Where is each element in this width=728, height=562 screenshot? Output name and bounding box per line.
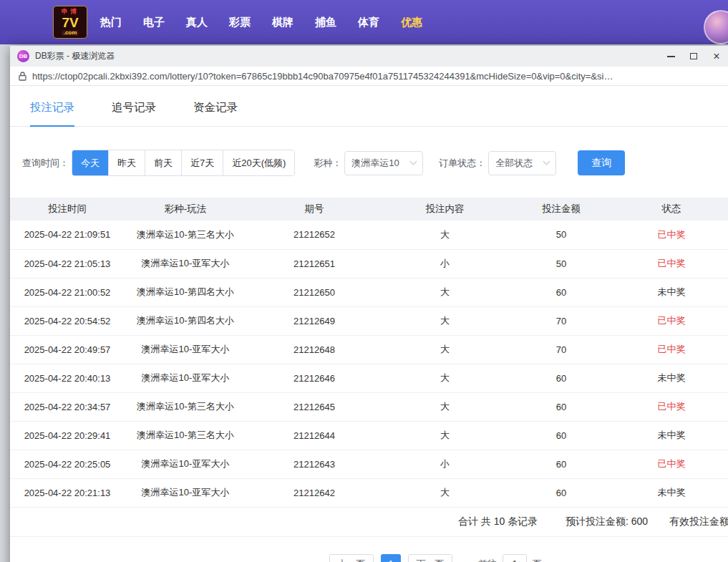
- cell-content: 大: [382, 392, 508, 421]
- cell-time: 2025-04-22 21:09:51: [10, 221, 125, 249]
- time-filter-label: 查询时间：: [22, 157, 69, 170]
- nav-item-fishing[interactable]: 捕鱼: [315, 16, 336, 29]
- next-page-button[interactable]: 下一页: [408, 554, 452, 562]
- summary-total-records: 合计 共 10 条记录: [458, 515, 538, 528]
- minimize-button[interactable]: [659, 46, 682, 67]
- table-row: 2025-04-22 20:49:57 澳洲幸运10-亚军大小 21212648…: [10, 335, 728, 364]
- cell-status: 已中奖: [615, 450, 728, 478]
- user-avatar[interactable]: [704, 10, 728, 44]
- nav-item-promotions[interactable]: 优惠: [401, 16, 422, 29]
- cell-status: 已中奖: [615, 221, 728, 249]
- cell-issue: 21212646: [246, 364, 382, 392]
- cell-game: 澳洲幸运10-亚军大小: [125, 364, 246, 392]
- cell-time: 2025-04-22 21:05:13: [10, 249, 125, 278]
- col-header-content: 投注内容: [382, 198, 508, 221]
- table-row: 2025-04-22 20:40:13 澳洲幸运10-亚军大小 21212646…: [10, 364, 728, 392]
- nav-item-electronic[interactable]: 电子: [143, 16, 165, 29]
- cell-game: 澳洲幸运10-第三名大小: [125, 392, 246, 421]
- tab-fund-records[interactable]: 资金记录: [193, 100, 238, 126]
- time-filter-7days[interactable]: 近7天: [182, 150, 223, 175]
- cell-status: 已中奖: [615, 306, 728, 335]
- nav-item-hot[interactable]: 热门: [100, 16, 122, 29]
- site-logo[interactable]: 申博 7V .com: [53, 6, 87, 39]
- close-button[interactable]: ×: [705, 46, 728, 67]
- table-header-row: 投注时间 彩种-玩法 期号 投注内容 投注金额 状态: [10, 198, 728, 221]
- prev-page-button[interactable]: 上一页: [329, 554, 374, 562]
- time-filter-20days[interactable]: 近20天(低频): [223, 150, 294, 175]
- cell-amount: 60: [508, 421, 615, 450]
- cell-content: 大: [382, 421, 508, 450]
- cell-time: 2025-04-22 20:21:13: [10, 478, 125, 507]
- tab-bet-records[interactable]: 投注记录: [30, 100, 74, 127]
- cell-amount: 70: [508, 306, 615, 335]
- logo-main-text: 7V: [62, 16, 78, 29]
- nav-item-sports[interactable]: 体育: [358, 16, 379, 29]
- cell-status: 未中奖: [615, 278, 728, 306]
- cell-game: 澳洲幸运10-第四名大小: [125, 278, 246, 306]
- cell-content: 大: [382, 478, 508, 507]
- cell-amount: 70: [508, 335, 615, 364]
- goto-page-input[interactable]: [503, 554, 527, 562]
- browser-window: DB DB彩票 - 极速浏览器 × https://ctop02pcali.2k…: [10, 46, 728, 562]
- cell-status: 未中奖: [615, 364, 728, 392]
- time-filter-day-before[interactable]: 前天: [145, 150, 182, 175]
- window-controls: ×: [659, 46, 728, 67]
- cell-game: 澳洲幸运10-第三名大小: [125, 221, 246, 249]
- filter-bar: 查询时间： 今天 昨天 前天 近7天 近20天(低频) 彩种： 澳洲幸运10 订…: [10, 150, 728, 176]
- table-row: 2025-04-22 20:29:41 澳洲幸运10-第三名大小 2121264…: [10, 421, 728, 450]
- cell-issue: 21212649: [246, 306, 382, 335]
- logo-suffix-text: .com: [62, 30, 79, 36]
- site-nav-menu: 热门 电子 真人 彩票 棋牌 捕鱼 体育 优惠: [100, 0, 422, 44]
- cell-game: 澳洲幸运10-第四名大小: [125, 306, 246, 335]
- table-row: 2025-04-22 20:34:57 澳洲幸运10-第三名大小 2121264…: [10, 392, 728, 421]
- record-tabs: 投注记录 追号记录 资金记录: [10, 86, 728, 127]
- cell-time: 2025-04-22 20:54:52: [10, 306, 125, 335]
- cell-issue: 21212652: [246, 221, 382, 249]
- summary-row: 合计 共 10 条记录 预计投注金额: 600 有效投注金额:: [10, 508, 728, 537]
- lottery-filter-label: 彩种：: [314, 157, 341, 170]
- cell-game: 澳洲幸运10-亚军大小: [125, 450, 246, 478]
- page-number-1[interactable]: 1: [381, 554, 401, 562]
- chevron-down-icon: [543, 158, 550, 165]
- cell-issue: 21212651: [246, 249, 382, 278]
- cell-status: 未中奖: [615, 421, 728, 450]
- lottery-select[interactable]: 澳洲幸运10: [344, 151, 423, 175]
- cell-time: 2025-04-22 20:29:41: [10, 421, 125, 450]
- browser-address-bar[interactable]: https://ctop02pcali.2kbxi392.com/lottery…: [10, 67, 728, 86]
- chevron-down-icon: [410, 158, 417, 165]
- cell-content: 大: [382, 278, 508, 306]
- cell-time: 2025-04-22 20:40:13: [10, 364, 125, 392]
- table-row: 2025-04-22 20:21:13 澳洲幸运10-亚军大小 21212642…: [10, 478, 728, 507]
- nav-item-live[interactable]: 真人: [186, 16, 208, 29]
- cell-game: 澳洲幸运10-第三名大小: [125, 421, 246, 450]
- cell-amount: 50: [508, 221, 615, 249]
- window-title: DB彩票 - 极速浏览器: [35, 50, 115, 62]
- col-header-game: 彩种-玩法: [125, 198, 246, 221]
- cell-game: 澳洲幸运10-亚军大小: [125, 478, 246, 507]
- summary-expected-amount: 预计投注金额: 600: [566, 515, 648, 528]
- search-button[interactable]: 查询: [578, 150, 625, 175]
- order-status-select[interactable]: 全部状态: [488, 151, 556, 175]
- url-text[interactable]: https://ctop02pcali.2kbxi392.com/lottery…: [32, 71, 719, 82]
- lock-icon: [19, 72, 26, 81]
- pagination: 上一页 1 下一页 前往 页: [10, 554, 728, 562]
- table-row: 2025-04-22 21:05:13 澳洲幸运10-亚军大小 21212651…: [10, 249, 728, 278]
- cell-time: 2025-04-22 20:25:05: [10, 450, 125, 478]
- nav-item-board-games[interactable]: 棋牌: [272, 16, 293, 29]
- cell-time: 2025-04-22 20:34:57: [10, 392, 125, 421]
- table-row: 2025-04-22 20:25:05 澳洲幸运10-亚军大小 21212643…: [10, 450, 728, 478]
- cell-issue: 21212650: [246, 278, 382, 306]
- time-filter-yesterday[interactable]: 昨天: [109, 150, 145, 175]
- nav-item-lottery[interactable]: 彩票: [229, 16, 251, 29]
- maximize-button[interactable]: [682, 46, 705, 67]
- cell-status: 已中奖: [615, 335, 728, 364]
- cell-status: 已中奖: [615, 392, 728, 421]
- tab-chase-records[interactable]: 追号记录: [112, 100, 156, 126]
- goto-unit-label: 页: [533, 558, 542, 562]
- window-titlebar[interactable]: DB DB彩票 - 极速浏览器 ×: [10, 46, 728, 67]
- cell-amount: 60: [508, 278, 615, 306]
- cell-content: 大: [382, 306, 508, 335]
- cell-issue: 21212643: [246, 450, 382, 478]
- time-filter-today[interactable]: 今天: [72, 150, 109, 175]
- cell-issue: 21212642: [246, 478, 382, 507]
